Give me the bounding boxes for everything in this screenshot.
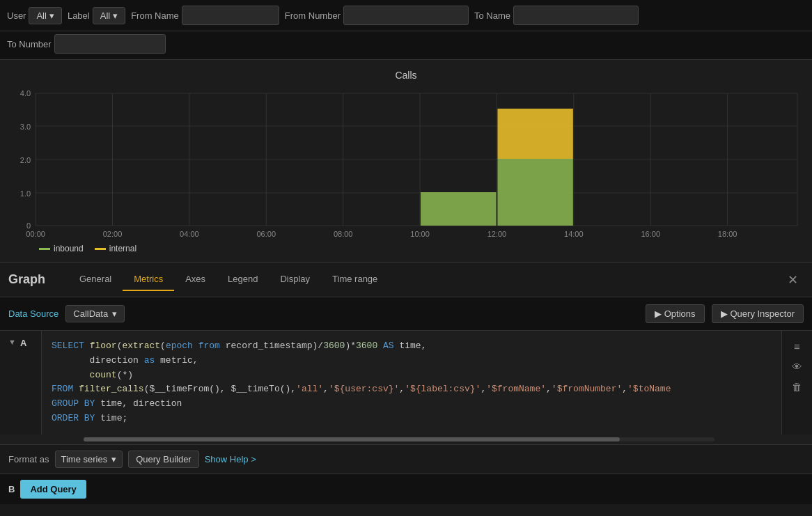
- svg-text:18:00: 18:00: [718, 230, 737, 238]
- datasource-label: Data Source: [8, 308, 58, 319]
- legend-internal: internal: [95, 244, 136, 253]
- datasource-value: CallData: [73, 308, 108, 319]
- query-inspector-button[interactable]: ▶ Query Inspector: [712, 304, 804, 323]
- graph-panel-header: Graph General Metrics Axes Legend Displa…: [0, 263, 812, 297]
- from-name-input[interactable]: [182, 6, 279, 25]
- chart-legend: inbound internal: [11, 240, 801, 256]
- svg-rect-21: [421, 192, 496, 226]
- from-name-label: From Name: [131, 10, 179, 21]
- svg-text:04:00: 04:00: [180, 230, 199, 238]
- svg-text:1.0: 1.0: [20, 189, 31, 198]
- svg-text:16:00: 16:00: [641, 230, 660, 238]
- svg-text:06:00: 06:00: [257, 230, 276, 238]
- user-dropdown[interactable]: All ▾: [29, 7, 61, 24]
- legend-inbound: inbound: [39, 244, 84, 253]
- to-number-label: To Number: [7, 39, 52, 49]
- filter-bar-row1: User All ▾ Label All ▾ From Name From Nu…: [0, 0, 812, 31]
- format-chevron-icon: ▾: [111, 454, 116, 464]
- label-dropdown[interactable]: All ▾: [93, 7, 125, 24]
- query-editor-a: ▼ A SELECT floor(extract(epoch from reco…: [0, 331, 812, 474]
- svg-text:08:00: 08:00: [334, 230, 353, 238]
- chart-title: Calls: [11, 70, 801, 81]
- chart-container: Calls 4.0 3.0 2.0 1.0 0: [0, 60, 812, 263]
- user-chevron-icon: ▾: [49, 10, 54, 21]
- label-chevron-icon: ▾: [113, 10, 118, 21]
- svg-text:14:00: 14:00: [564, 230, 584, 238]
- query-delete-button[interactable]: 🗑: [788, 378, 806, 396]
- datasource-chevron-icon: ▾: [112, 308, 117, 319]
- tab-legend[interactable]: Legend: [217, 268, 269, 291]
- graph-title: Graph: [8, 272, 57, 287]
- legend-internal-color: [95, 248, 106, 250]
- query-inspector-triangle-icon: ▶: [721, 308, 728, 319]
- datasource-bar: Data Source CallData ▾ ▶ Options ▶ Query…: [0, 297, 812, 331]
- user-label: User: [7, 10, 26, 21]
- close-button[interactable]: ✕: [782, 269, 804, 290]
- scroll-area: [0, 435, 812, 444]
- chart-svg: 4.0 3.0 2.0 1.0 0: [11, 86, 801, 240]
- legend-inbound-color: [39, 248, 50, 250]
- query-eye-button[interactable]: 👁: [788, 358, 806, 375]
- query-row-a: ▼ A SELECT floor(extract(epoch from reco…: [0, 331, 812, 435]
- query-inspector-label: Query Inspector: [731, 308, 795, 319]
- query-builder-button[interactable]: Query Builder: [128, 451, 198, 468]
- label-label: Label: [68, 10, 90, 21]
- svg-text:2.0: 2.0: [20, 156, 31, 164]
- options-triangle-icon: ▶: [655, 308, 662, 319]
- query-label-a: ▼ A: [0, 331, 42, 435]
- svg-text:4.0: 4.0: [20, 89, 31, 97]
- svg-text:02:00: 02:00: [103, 230, 123, 238]
- scroll-thumb: [84, 437, 620, 441]
- format-select[interactable]: Time series ▾: [55, 451, 123, 468]
- scroll-track[interactable]: [84, 437, 715, 441]
- tab-display[interactable]: Display: [269, 268, 321, 291]
- from-name-filter: From Name: [131, 6, 279, 25]
- to-name-label: To Name: [474, 10, 510, 21]
- tab-metrics[interactable]: Metrics: [123, 268, 174, 291]
- user-filter: User All ▾: [7, 7, 62, 24]
- add-query-button[interactable]: Add Query: [20, 480, 86, 499]
- svg-rect-22: [497, 159, 572, 226]
- chart-area: 4.0 3.0 2.0 1.0 0: [11, 86, 801, 240]
- label-filter: Label All ▾: [68, 7, 125, 24]
- query-actions-a: ≡ 👁 🗑: [781, 331, 812, 435]
- format-label: Format as: [8, 454, 49, 464]
- query-collapse-button-a[interactable]: ▼: [8, 338, 16, 346]
- svg-text:12:00: 12:00: [487, 230, 507, 238]
- show-help-button[interactable]: Show Help >: [205, 454, 256, 464]
- tab-axes[interactable]: Axes: [174, 268, 217, 291]
- from-number-input[interactable]: [343, 6, 469, 25]
- legend-internal-label: internal: [109, 244, 136, 253]
- query-format-button[interactable]: ≡: [790, 338, 804, 355]
- from-number-label: From Number: [285, 10, 341, 21]
- tab-time-range[interactable]: Time range: [321, 268, 389, 291]
- query-id-a: A: [20, 338, 26, 348]
- tab-list: General Metrics Axes Legend Display Time…: [68, 268, 782, 291]
- svg-text:0: 0: [26, 221, 31, 230]
- add-query-row: B Add Query: [0, 474, 812, 504]
- options-button[interactable]: ▶ Options: [646, 304, 705, 323]
- format-value: Time series: [61, 454, 108, 464]
- from-number-filter: From Number: [285, 6, 469, 25]
- options-label: Options: [664, 308, 696, 319]
- tab-general[interactable]: General: [68, 268, 123, 291]
- svg-text:10:00: 10:00: [410, 230, 430, 238]
- to-number-filter: To Number: [7, 34, 166, 54]
- filter-bar-row2: To Number: [0, 31, 812, 60]
- to-name-filter: To Name: [474, 6, 639, 25]
- legend-inbound-label: inbound: [54, 244, 84, 253]
- query-b-label: B: [8, 484, 15, 494]
- svg-rect-23: [497, 109, 572, 159]
- to-name-input[interactable]: [513, 6, 639, 25]
- svg-text:00:00: 00:00: [26, 230, 45, 238]
- svg-text:3.0: 3.0: [20, 123, 31, 131]
- to-number-input[interactable]: [54, 34, 166, 54]
- query-code-area-a[interactable]: SELECT floor(extract(epoch from record_t…: [42, 331, 781, 435]
- format-bar: Format as Time series ▾ Query Builder Sh…: [0, 444, 812, 474]
- datasource-select[interactable]: CallData ▾: [65, 305, 125, 322]
